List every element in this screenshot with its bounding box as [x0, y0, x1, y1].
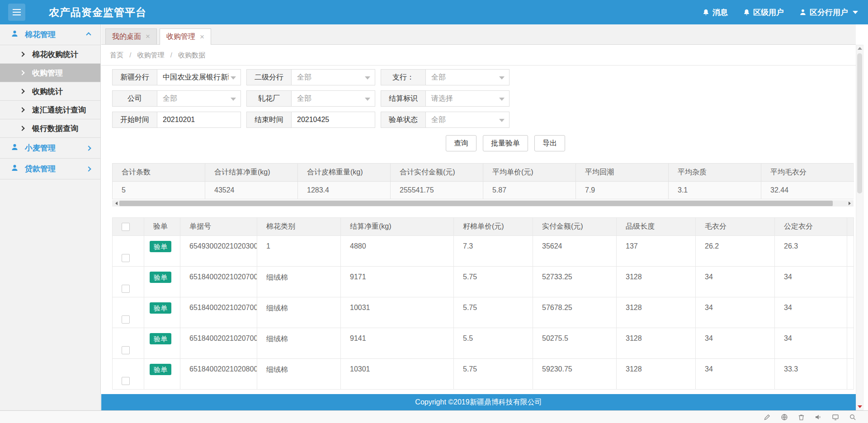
user-icon — [11, 164, 19, 174]
settle-flag-select[interactable]: 请选择 — [426, 90, 509, 107]
batch-verify-button[interactable]: 批量验单 — [483, 135, 528, 151]
breadcrumb-home[interactable]: 首页 — [110, 51, 123, 59]
summary-value-cell: 7.9 — [576, 182, 669, 199]
app-header: 农产品资金监管平台 消息 区级用户 区分行用户 — [0, 0, 868, 24]
verify-button[interactable]: 验单 — [150, 241, 171, 252]
sidebar-item-wheat-management[interactable]: 小麦管理 — [0, 138, 100, 159]
cell-net-weight: 4880 — [341, 236, 454, 267]
sidebar-item-label: 收购管理 — [32, 68, 63, 78]
summary-header-cell: 平均杂质 — [669, 164, 761, 182]
row-checkbox[interactable] — [122, 285, 130, 293]
summary-value-cell: 255541.75 — [391, 182, 483, 199]
sidebar-item-bank-data-query[interactable]: 银行数据查询 — [0, 119, 100, 138]
sidebar-item-purchase-stats[interactable]: 收购统计 — [0, 82, 100, 101]
row-checkbox[interactable] — [122, 254, 130, 262]
trash-icon[interactable] — [798, 414, 805, 421]
horizontal-scrollbar[interactable] — [112, 200, 854, 207]
row-checkbox[interactable] — [122, 315, 130, 324]
verify-button[interactable]: 验单 — [150, 272, 171, 283]
status-bar — [0, 410, 868, 423]
filter-settle-flag: 结算标识 请选择 — [381, 90, 509, 107]
filter-label: 结算标识 — [381, 90, 426, 107]
breadcrumb-purchase-management[interactable]: 收购管理 — [137, 51, 165, 59]
sidebar-item-cotton-management[interactable]: 棉花管理 — [0, 24, 100, 45]
sidebar-item-loan-management[interactable]: 贷款管理 — [0, 159, 100, 179]
caret-down-icon — [365, 98, 370, 101]
start-date-input[interactable]: 20210201 — [157, 112, 241, 128]
globe-icon[interactable] — [781, 414, 788, 421]
scroll-up-icon[interactable] — [858, 47, 862, 50]
cell-unit-price: 7.3 — [454, 236, 533, 267]
scroll-left-icon[interactable] — [113, 200, 119, 207]
cell-cotton-type: 细绒棉 — [257, 297, 341, 328]
verify-status-select[interactable]: 全部 — [426, 112, 509, 128]
close-icon[interactable]: × — [146, 32, 150, 41]
cell-std-lint-pct: 34 — [775, 267, 847, 297]
summary-header-cell: 平均单价(元) — [483, 164, 576, 182]
sidebar-item-label: 贷款管理 — [25, 164, 56, 174]
bell-icon — [743, 9, 750, 16]
summary-header-cell: 合计皮棉重量(kg) — [298, 164, 391, 182]
filter-label: 支行： — [381, 69, 426, 85]
sidebar-item-purchase-management[interactable]: 收购管理 — [0, 64, 100, 82]
table-header-row: 验单 单据号 棉花类别 结算净重(kg) 籽棉单价(元) 实付金额(元) 品级长… — [113, 218, 854, 236]
select-value: 全部 — [297, 94, 311, 103]
export-button[interactable]: 导出 — [534, 135, 565, 151]
filter-label: 轧花厂 — [246, 90, 292, 107]
sidebar-item-cotton-purchase-stats[interactable]: 棉花收购统计 — [0, 45, 100, 64]
cell-grade-length: 3128 — [617, 328, 696, 359]
app-title: 农产品资金监管平台 — [49, 0, 146, 24]
summary-header-cell: 合计结算净重(kg) — [205, 164, 298, 182]
district-user-nav-item[interactable]: 区级用户 — [743, 7, 784, 18]
tab-purchase-management[interactable]: 收购管理 × — [160, 28, 211, 45]
second-branch-select[interactable]: 全部 — [292, 69, 375, 85]
cell-grade-length: 3128 — [617, 267, 696, 297]
chevron-right-icon — [19, 52, 24, 56]
messages-nav-item[interactable]: 消息 — [703, 7, 728, 18]
filter-label: 二级分行 — [246, 69, 292, 85]
tab-my-desktop[interactable]: 我的桌面 × — [105, 28, 157, 44]
cell-paid-amount: 50275.5 — [533, 328, 617, 359]
close-icon[interactable]: × — [200, 33, 204, 42]
district-user-label: 区级用户 — [753, 7, 784, 18]
check-all-checkbox[interactable] — [122, 223, 130, 231]
cell-lint-pct: 34 — [696, 328, 775, 359]
magnifier-icon[interactable] — [849, 414, 856, 421]
caret-down-icon — [231, 76, 236, 80]
monitor-icon[interactable] — [832, 414, 839, 421]
cell-unit-price: 5.75 — [454, 267, 533, 297]
cell-cotton-type: 1 — [257, 236, 341, 267]
row-checkbox[interactable] — [122, 377, 130, 385]
row-checkbox[interactable] — [122, 346, 130, 354]
pencil-icon[interactable] — [764, 414, 771, 421]
company-select[interactable]: 全部 — [157, 90, 241, 107]
column-header: 实付金额(元) — [533, 218, 617, 236]
verify-button[interactable]: 验单 — [150, 333, 171, 344]
vertical-scrollbar[interactable] — [856, 45, 863, 410]
cell-doc-no: 65184002021020800... — [180, 359, 257, 390]
search-button[interactable]: 查询 — [446, 135, 476, 151]
sidebar-item-label: 银行数据查询 — [32, 123, 78, 134]
cell-paid-amount: 52733.25 — [533, 267, 617, 297]
filter-label: 开始时间 — [112, 112, 157, 128]
verify-button[interactable]: 验单 — [150, 302, 171, 314]
sidebar-item-suhuitong-stats-query[interactable]: 速汇通统计查询 — [0, 101, 100, 119]
branch-user-menu[interactable]: 区分行用户 — [799, 7, 858, 18]
xinjiang-branch-select[interactable]: 中国农业发展银行新疆分行 — [157, 69, 241, 85]
sidebar: 棉花管理 棉花收购统计 收购管理 收购统计 速汇通统计查询 银行数据查询 小麦 — [0, 24, 101, 410]
end-date-input[interactable]: 20210425 — [292, 112, 375, 128]
filter-label: 验单状态 — [381, 112, 426, 128]
gin-factory-select[interactable]: 全部 — [292, 90, 375, 107]
chevron-up-icon — [86, 32, 91, 37]
summary-header-cell: 平均毛衣分 — [761, 164, 854, 182]
menu-toggle-button[interactable] — [8, 4, 25, 21]
summary-value-cell: 5.87 — [483, 182, 576, 199]
scrollbar-thumb[interactable] — [857, 53, 862, 193]
verify-button[interactable]: 验单 — [150, 364, 171, 375]
summary-header-cell: 平均回潮 — [576, 164, 669, 182]
sub-branch-select[interactable]: 全部 — [426, 69, 509, 85]
speaker-icon[interactable] — [815, 414, 822, 421]
scrollbar-thumb[interactable] — [119, 201, 833, 206]
scroll-right-icon[interactable] — [846, 200, 853, 207]
scroll-down-icon[interactable] — [858, 405, 862, 408]
